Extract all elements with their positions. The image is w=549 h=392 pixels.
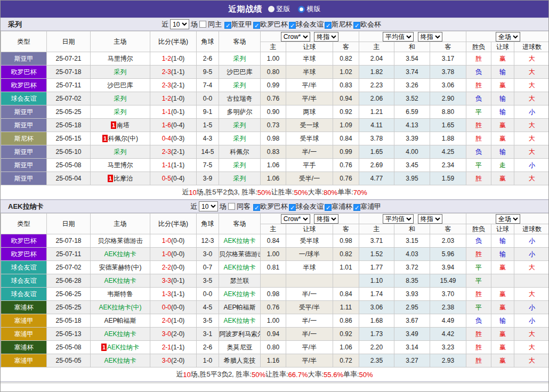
final-odds-select-2[interactable]: 终指: [418, 32, 442, 42]
handicap-line: 受一球: [286, 119, 333, 132]
games-unit-label: 场: [220, 202, 227, 211]
home-team: 采列: [91, 145, 150, 159]
league-checkbox[interactable]: ✓: [253, 22, 260, 29]
games-count-select[interactable]: 10: [199, 201, 218, 211]
result-wdl: 胜: [466, 119, 491, 132]
result-handicap: 赢: [491, 52, 514, 66]
table-row: 球会友谊25-07-02采列1-2(1-0)0-0古拉瑞奇0.76平/半0.94…: [1, 92, 549, 105]
games-unit-label: 场: [191, 20, 198, 29]
result-goals: 小: [514, 105, 549, 119]
halftime-score: (1-1): [171, 68, 184, 76]
summary-text: 50%: [359, 371, 373, 379]
result-goals: 大: [514, 132, 549, 145]
result-goals: [514, 274, 549, 288]
result-wdl: 胜: [466, 172, 491, 185]
radio-vertical-layout[interactable]: 竖版: [268, 4, 290, 14]
league-checkbox[interactable]: ✓: [253, 204, 260, 211]
home-team: 1南塔: [91, 119, 150, 132]
handicap-line: 半/一: [286, 145, 333, 159]
odds-home: 0.98: [261, 132, 286, 145]
odds-provider-select[interactable]: Crow*: [281, 214, 310, 224]
same-venue-checkbox[interactable]: [228, 203, 235, 210]
league-badge: 斯亚甲: [1, 159, 47, 172]
league-checkbox[interactable]: ✓: [325, 204, 332, 211]
team-name-text: 古拉瑞奇: [227, 95, 253, 102]
handicap-line: 半球: [286, 66, 333, 79]
avg-group-header: 平均值 终指: [359, 31, 466, 42]
summary-text: 场,胜5平2负3, 胜率:: [197, 187, 257, 197]
team-name: AEK拉纳卡: [1, 202, 43, 211]
halftime-score: (2-0): [171, 357, 184, 364]
avg-draw: 3.45: [394, 159, 430, 172]
result-handicap: 赢: [491, 172, 514, 185]
score: 3-3(0-1): [150, 274, 197, 288]
radio-icon[interactable]: [268, 6, 274, 12]
result-wdl: 胜: [466, 132, 491, 145]
games-count-select[interactable]: 10: [170, 19, 189, 29]
handicap-line: 半/一: [286, 328, 333, 341]
avg-away: 2.34: [430, 159, 466, 172]
league-checkbox[interactable]: ✓: [325, 22, 332, 29]
league-checkbox[interactable]: ✓: [353, 22, 360, 29]
fulltime-score: 0-4: [162, 135, 171, 142]
near-label: 近: [190, 202, 197, 211]
handicap-line: 平手: [286, 159, 333, 172]
league-badge: 斯亚甲: [1, 105, 47, 119]
result-handicap: 输: [491, 234, 514, 248]
fulltime-score: 3-0: [162, 330, 171, 338]
result-goals: 大: [514, 172, 549, 185]
avg-draw: 3.26: [394, 79, 430, 92]
radio-selected-icon[interactable]: [298, 6, 305, 13]
avg-away: 3.06: [430, 79, 466, 92]
avg-away: 2.90: [430, 92, 466, 105]
avg-select[interactable]: 平均值: [383, 214, 414, 224]
fulltime-group-header: 全场: [466, 214, 549, 224]
avg-home: 1.21: [359, 105, 394, 119]
home-team: AEK拉纳卡(中): [91, 301, 150, 314]
away-team: 希腊人竞技: [219, 354, 261, 368]
league-checkbox[interactable]: ✓: [224, 22, 231, 29]
fulltime-select[interactable]: 全场: [496, 214, 520, 224]
halftime-score: (2-1): [171, 81, 184, 89]
away-team: 沙巴巴库: [219, 66, 261, 79]
handicap-line: 受半球: [286, 234, 333, 248]
fulltime-score: 1-1: [162, 108, 171, 116]
odds-away: 0.94: [333, 92, 359, 105]
team-name-text: 瑟兰联: [230, 277, 249, 284]
odds-away: 0.83: [333, 79, 359, 92]
final-odds-select[interactable]: 终指: [314, 214, 338, 224]
away-team: AEK拉纳卡: [219, 234, 261, 248]
result-handicap: 赢: [491, 341, 514, 354]
halftime-score: (1-1): [171, 290, 184, 298]
league-badge: 欧罗巴杯: [1, 234, 47, 248]
final-odds-select[interactable]: 终指: [314, 32, 338, 42]
radio-horizontal-layout[interactable]: 横版: [298, 4, 321, 14]
team-section-1: 采列 近 10 场 同主 ✓斯亚甲✓欧罗巴杯✓球会友谊✓斯尼杯✓欧会杯 类型 日: [1, 18, 548, 200]
home-team: 1AEK拉纳卡: [91, 341, 150, 354]
match-date: 25-05-25: [47, 301, 91, 314]
league-checkbox[interactable]: ✓: [353, 204, 360, 211]
summary-text: 80%: [324, 189, 337, 197]
final-odds-select-2[interactable]: 终指: [418, 214, 442, 224]
away-team: 古拉瑞奇: [219, 92, 261, 105]
odds-home: 1.06: [261, 159, 286, 172]
score: 0-5(0-4): [150, 172, 197, 185]
league-checkbox[interactable]: ✓: [289, 204, 296, 211]
odds-home: 1.00: [261, 52, 286, 66]
team-name-text: 多明萨尔: [227, 108, 253, 116]
table-row: 斯亚甲25-05-25采列1-1(0-1)9-1多明萨尔0.90两球0.921.…: [1, 105, 549, 119]
result-goals: 大: [514, 92, 549, 105]
score: 2-3(1-1): [150, 66, 197, 79]
odds-provider-select[interactable]: Crow*: [281, 32, 310, 42]
team-name-text: 科佩尔(中): [108, 135, 138, 142]
fulltime-score: 1-0: [162, 237, 171, 244]
league-checkbox[interactable]: ✓: [289, 22, 296, 29]
same-venue-checkbox[interactable]: [199, 21, 206, 28]
result-handicap: 输: [491, 66, 514, 79]
avg-select[interactable]: 平均值: [383, 32, 414, 42]
score: 1-2(1-0): [150, 92, 197, 105]
result-wdl: 胜: [466, 341, 491, 354]
fulltime-score: 2-2: [162, 264, 171, 271]
odds-away: 0.76: [333, 159, 359, 172]
fulltime-select[interactable]: 全场: [496, 32, 520, 42]
